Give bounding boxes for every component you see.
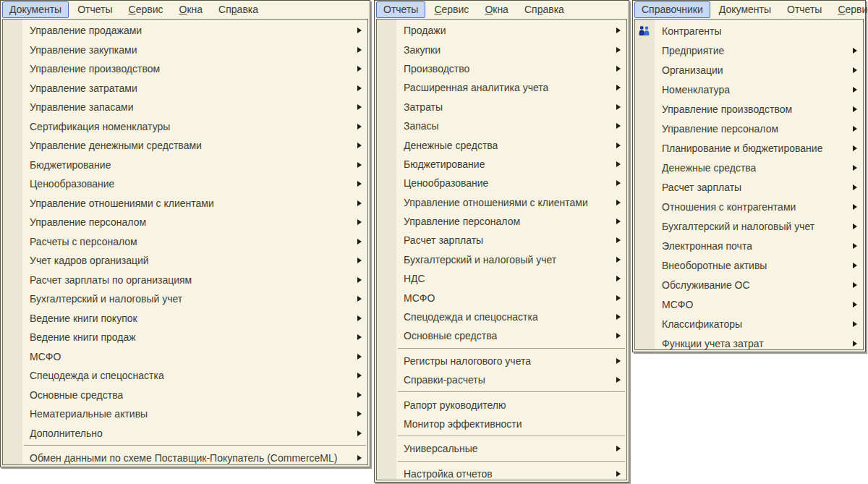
- menu-item[interactable]: Производство: [377, 59, 626, 78]
- menubar-item-service[interactable]: Сервис: [427, 1, 476, 18]
- menu-item[interactable]: Универсальные: [377, 439, 626, 458]
- menu-item-label: Управление персоналом: [404, 216, 520, 227]
- menubar-item-reports[interactable]: Отчеты: [376, 1, 425, 18]
- menu-item[interactable]: Управление производством: [3, 59, 367, 79]
- menu-item[interactable]: Бухгалтерский и налоговый учет: [377, 250, 626, 269]
- menu-item[interactable]: Номенклатура: [635, 80, 863, 99]
- menubar-item-windows[interactable]: Окна: [172, 1, 210, 18]
- menu-item[interactable]: Продажи: [377, 21, 626, 40]
- menu-item[interactable]: МСФО: [635, 294, 863, 314]
- menu-item[interactable]: Дополнительно: [3, 424, 367, 443]
- menu-item[interactable]: Расширенная аналитика учета: [377, 78, 626, 97]
- menu-item[interactable]: Нематериальные активы: [3, 404, 367, 424]
- menu-separator: [377, 459, 626, 464]
- menu-item[interactable]: Ведение книги продаж: [3, 328, 367, 347]
- menu-item[interactable]: Внеоборотные активы: [635, 255, 863, 275]
- menubar-item-help[interactable]: Справка: [211, 1, 265, 18]
- menu-item[interactable]: МСФО: [3, 347, 367, 367]
- menu-item[interactable]: МСФО: [377, 288, 626, 307]
- menu-item-label: Управление закупками: [30, 44, 137, 56]
- menu-item[interactable]: Расчет зарплаты: [377, 231, 626, 250]
- menu-item-label: Обмен данными по схеме Поставщик-Покупат…: [30, 452, 337, 464]
- menu-item[interactable]: Управление закупками: [3, 41, 367, 60]
- menu-item-label: Расчет зарплаты по организациям: [30, 274, 192, 286]
- menu-item-label: Нематериальные активы: [30, 408, 148, 420]
- menu-item[interactable]: Монитор эффективности: [377, 415, 626, 433]
- menubar-item-service[interactable]: Сервис: [122, 1, 171, 18]
- menu-item[interactable]: Управление персоналом: [377, 212, 626, 231]
- submenu-arrow-icon: [357, 258, 362, 263]
- menu-item[interactable]: Денежные средства: [377, 135, 626, 154]
- menu-item[interactable]: Контрагенты: [635, 21, 863, 41]
- menu-item-label: МСФО: [662, 299, 693, 310]
- menu-item[interactable]: Расчет зарплаты по организациям: [3, 271, 367, 290]
- menu-item-label: Управление персоналом: [662, 123, 778, 135]
- menu-item[interactable]: Бухгалтерский и налоговый учет: [635, 216, 863, 236]
- menu-separator: [377, 346, 626, 352]
- menu-item[interactable]: Закупки: [377, 40, 626, 59]
- menu-item[interactable]: Управление денежными средствами: [3, 136, 367, 156]
- menubar-item-windows[interactable]: Окна: [477, 1, 516, 18]
- menu-item[interactable]: Ведение книги покупок: [3, 309, 367, 328]
- menubar-item-service[interactable]: Сервис: [830, 1, 868, 18]
- menubar-item-catalogs[interactable]: Справочники: [634, 1, 710, 18]
- menubar-item-documents[interactable]: Документы: [2, 1, 69, 18]
- menu-item[interactable]: Настройка отчетов: [377, 464, 626, 480]
- menu-item[interactable]: Обмен данными по схеме Поставщик-Покупат…: [3, 449, 367, 465]
- submenu-arrow-icon: [616, 314, 621, 320]
- submenu-arrow-icon: [616, 257, 621, 263]
- menu-item-label: Спецодежда и спецоснастка: [30, 370, 164, 381]
- menu-item[interactable]: Электронная почта: [635, 236, 863, 255]
- menu-item[interactable]: Спецодежда и спецоснастка: [3, 366, 367, 386]
- menu-item[interactable]: Предприятие: [635, 41, 863, 60]
- menu-item[interactable]: Основные средства: [3, 386, 367, 405]
- menu-item-label: Предприятие: [662, 45, 724, 56]
- submenu-arrow-icon: [357, 181, 362, 187]
- menu-item[interactable]: Управление отношениями с клиентами: [377, 193, 626, 212]
- menu-item[interactable]: Управление производством: [635, 99, 863, 119]
- menu-item-label: Управление отношениями с клиентами: [404, 197, 588, 208]
- menu-item[interactable]: Расчет зарплаты: [635, 177, 863, 197]
- menu-item[interactable]: Справки-расчеты: [377, 370, 626, 389]
- menubar-item-reports[interactable]: Отчеты: [70, 1, 119, 18]
- submenu-arrow-icon: [616, 333, 621, 339]
- menu-item[interactable]: Управление запасами: [3, 98, 367, 117]
- menubar-item-documents[interactable]: Документы: [712, 1, 778, 18]
- menu-item[interactable]: Функции учета затрат: [635, 334, 863, 350]
- menu-item[interactable]: Классификаторы: [635, 314, 863, 334]
- menubar-item-help[interactable]: Справка: [517, 1, 571, 18]
- menu-item-label: Бюджетирование: [404, 158, 485, 170]
- menu-item[interactable]: Планирование и бюджетирование: [635, 138, 863, 158]
- menu-item[interactable]: Управление продажами: [3, 21, 367, 41]
- menu-item[interactable]: Учет кадров организаций: [3, 251, 367, 271]
- menu-item[interactable]: Запасы: [377, 116, 626, 135]
- menu-item[interactable]: Основные средства: [377, 326, 626, 345]
- menu-item[interactable]: Денежные средства: [635, 158, 863, 177]
- menu-item[interactable]: Затраты: [377, 98, 626, 116]
- menu-item[interactable]: Управление отношениями с клиентами: [3, 194, 367, 213]
- submenu-arrow-icon: [616, 47, 621, 53]
- menu-item[interactable]: Бюджетирование: [377, 155, 626, 174]
- menu-item[interactable]: Бухгалтерский и налоговый учет: [3, 289, 367, 309]
- menu-item[interactable]: Бюджетирование: [3, 156, 367, 175]
- menu-item[interactable]: Ценообразование: [377, 174, 626, 192]
- menu-item[interactable]: Управление персоналом: [3, 213, 367, 232]
- menu-item[interactable]: Сертификация номенклатуры: [3, 117, 367, 137]
- menu-item-label: Расчет зарплаты: [662, 182, 741, 193]
- menubar-item-reports[interactable]: Отчеты: [780, 1, 829, 18]
- menubar: СправочникиДокументыОтчетыСервис: [633, 1, 865, 19]
- menu-item[interactable]: Ценообразование: [3, 174, 367, 194]
- submenu-arrow-icon: [357, 85, 362, 91]
- menu-item[interactable]: НДС: [377, 269, 626, 288]
- menu-item[interactable]: Рапорт руководителю: [377, 395, 626, 414]
- menu-item[interactable]: Регистры налогового учета: [377, 352, 626, 370]
- menu-item[interactable]: Спецодежда и спецоснастка: [377, 307, 626, 326]
- menu-item[interactable]: Управление затратами: [3, 79, 367, 98]
- menu-item-label: Монитор эффективности: [404, 418, 522, 430]
- menu-item[interactable]: Управление персоналом: [635, 119, 863, 138]
- menu-item[interactable]: Обслуживание ОС: [635, 275, 863, 294]
- menu-item[interactable]: Организации: [635, 60, 863, 80]
- menu-item[interactable]: Расчеты с персоналом: [3, 232, 367, 252]
- submenu-arrow-icon: [357, 124, 362, 130]
- menu-item[interactable]: Отношения с контрагентами: [635, 197, 863, 216]
